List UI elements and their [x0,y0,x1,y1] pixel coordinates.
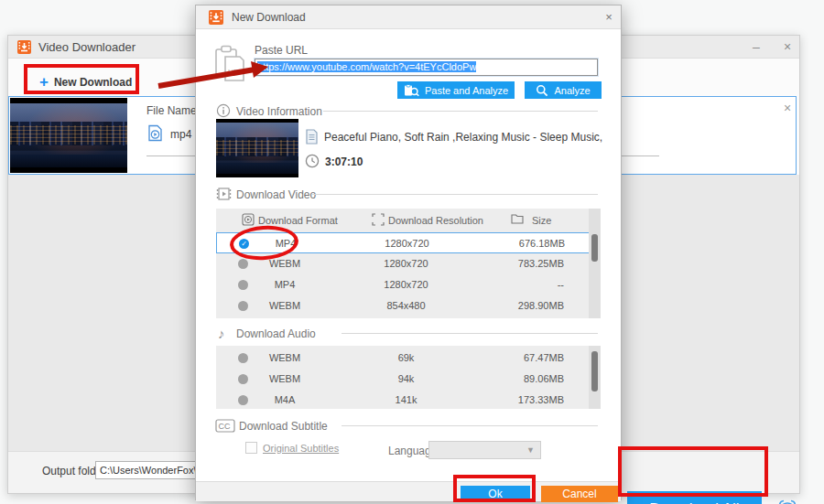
cancel-button[interactable]: Cancel [541,486,618,502]
size-column-icon [511,213,524,224]
size-cell: 67.47MB [477,352,564,363]
plus-icon: + [39,74,49,91]
info-icon [216,103,231,118]
scrollbar-thumb[interactable] [591,234,598,262]
new-download-dialog: New Download × URL Paste URL https://www… [195,5,622,500]
dialog-title: New Download [232,11,306,24]
paste-url-clipboard-icon: URL [212,44,247,82]
size-cell: 676.18MB [478,238,565,249]
format-column-icon [242,213,255,226]
original-subtitles-label[interactable]: Original Subtitles [263,443,339,454]
output-folder-input[interactable]: C:\Users\WonderFox\Docume [95,461,203,479]
format-row[interactable]: M4A141k173.33MB [216,390,601,409]
section-divider [342,425,598,426]
audio-table-scrollbar[interactable] [589,346,601,409]
radio-icon[interactable] [238,301,248,311]
video-thumbnail [10,98,127,173]
paste-url-label: Paste URL [255,44,308,57]
clock-icon [305,154,320,168]
file-format-label: mp4 [170,128,191,141]
audio-format-table: WEBM69k67.47MBWEBM94k89.06MBM4A141k173.3… [216,346,601,409]
section-divider [342,333,598,334]
format-cell: WEBM [253,300,317,311]
format-row[interactable]: ✓MP41280x720676.18MB [216,232,595,253]
video-table-scrollbar[interactable] [589,209,601,318]
analyze-label: Analyze [554,85,590,96]
language-dropdown[interactable]: ▼ [428,441,541,459]
size-cell: 89.06MB [477,373,564,384]
screenshot-root: { "glyphs": { "minimize": "–", "close": … [0,0,824,504]
format-cell: WEBM [253,352,317,363]
format-cell: M4A [253,394,317,405]
close-window-button[interactable]: × [777,38,797,56]
download-subtitle-label: Download Subtitle [239,420,328,433]
format-cell: MP4 [254,238,318,249]
video-table-header: Download Format Download Resolution Size [216,209,601,232]
resolution-cell: 1280x720 [354,238,460,249]
download-audio-label: Download Audio [236,327,316,340]
mp4-file-icon [146,124,164,142]
format-row[interactable]: WEBM94k89.06MB [216,369,601,390]
resolution-cell: 1280x720 [353,279,459,290]
url-selected-text: https://www.youtube.com/watch?v=4tEYcCld… [257,61,476,72]
dialog-app-icon [209,10,223,25]
remove-item-icon[interactable]: × [778,99,797,117]
document-icon [305,129,319,145]
format-cell: MP4 [253,279,317,290]
paste-and-analyze-label: Paste and Analyze [425,85,508,96]
cc-icon: CC [215,419,235,433]
section-divider [312,194,598,195]
video-title-text: Peaceful Piano, Soft Rain ,Relaxing Musi… [324,131,603,144]
ok-button[interactable]: Ok [461,486,530,502]
svg-text:CC: CC [219,422,231,431]
dialog-video-thumbnail [216,119,298,177]
scrollbar-thumb[interactable] [591,351,598,391]
resolution-cell: 854x480 [353,300,459,311]
minimize-button[interactable]: – [746,38,766,56]
bitrate-cell: 141k [353,394,459,405]
new-download-button[interactable]: + New Download [39,72,132,92]
url-input[interactable]: https://www.youtube.com/watch?v=4tEYcCld… [255,59,598,76]
format-row[interactable]: WEBM1280x720783.25MB [216,253,601,274]
radio-icon[interactable] [238,280,248,290]
chevron-down-icon: ▼ [526,445,535,455]
format-row[interactable]: WEBM69k67.47MB [216,348,601,369]
video-format-table: Download Format Download Resolution Size… [216,209,601,318]
radio-icon[interactable] [238,395,248,405]
new-download-label: New Download [54,76,132,89]
radio-icon[interactable] [238,374,248,384]
radio-icon[interactable] [238,259,248,269]
video-duration: 3:07:10 [325,155,363,168]
size-cell: 298.90MB [477,300,564,311]
dialog-titlebar: New Download × [196,5,621,29]
magnifier-icon [536,84,548,97]
format-cell: WEBM [253,258,317,269]
video-information-label: Video Information [236,105,322,118]
format-row[interactable]: MP41280x720-- [216,274,601,295]
radio-selected-icon[interactable]: ✓ [239,239,249,249]
size-cell: -- [477,279,564,290]
file-name-column-header: File Name [146,104,197,117]
radio-icon[interactable] [238,353,248,363]
main-window-title: Video Downloader [38,40,136,54]
app-logo-icon [17,40,31,54]
music-note-icon: ♪ [218,326,225,341]
resolution-column-label: Download Resolution [388,215,483,226]
paste-and-analyze-button[interactable]: Paste and Analyze [397,81,515,99]
bitrate-cell: 94k [353,373,459,384]
original-subtitles-checkbox[interactable] [245,442,257,454]
dialog-close-button[interactable]: × [599,8,619,27]
alarm-clock-icon[interactable] [775,498,799,504]
size-column-label: Size [532,215,551,226]
dialog-footer: Ok Cancel [196,481,621,501]
svg-text:URL: URL [228,68,244,76]
download-all-button[interactable]: Download All [627,491,762,504]
size-cell: 173.33MB [477,394,564,405]
download-video-label: Download Video [236,188,316,201]
format-row[interactable]: WEBM854x480298.90MB [216,295,601,316]
analyze-button[interactable]: Analyze [525,81,602,99]
bitrate-cell: 69k [353,352,459,363]
section-divider [323,111,598,112]
resolution-cell: 1280x720 [353,258,459,269]
resolution-column-icon [372,213,385,226]
